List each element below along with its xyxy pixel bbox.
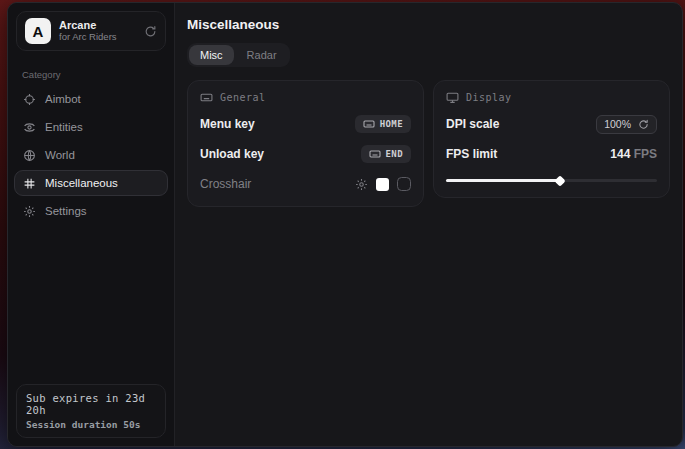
sidebar-spacer — [8, 224, 174, 376]
sub-expiry-text: Sub expires in 23d 20h — [26, 392, 156, 416]
app-window: A Arcane for Arc Riders Category Aimbot — [7, 2, 683, 447]
menu-key-value: HOME — [380, 119, 403, 129]
page-title: Miscellaneous — [187, 17, 670, 32]
unload-key-label: Unload key — [200, 147, 264, 161]
card-title: General — [220, 92, 266, 103]
fps-number: 144 — [610, 147, 630, 161]
session-duration-text: Session duration 50s — [26, 419, 156, 430]
sidebar: A Arcane for Arc Riders Category Aimbot — [8, 3, 175, 446]
general-card: General Menu key HOME Unload key — [187, 80, 424, 207]
dpi-scale-control[interactable]: 100% — [596, 115, 657, 134]
crosshair-color-swatch[interactable] — [376, 178, 389, 191]
brand-text: Arcane for Arc Riders — [59, 19, 136, 43]
category-label: Category — [22, 69, 160, 80]
menu-key-label: Menu key — [200, 117, 255, 131]
app-name: Arcane — [59, 19, 136, 32]
display-card-header: Display — [446, 91, 657, 104]
tab-bar: Misc Radar — [187, 43, 290, 67]
menu-key-row: Menu key HOME — [200, 114, 411, 134]
fps-limit-slider[interactable] — [446, 176, 657, 185]
sidebar-item-label: Aimbot — [45, 93, 81, 105]
slider-fill — [446, 179, 560, 182]
app-logo: A — [25, 18, 51, 44]
crosshair-label: Crosshair — [200, 177, 251, 191]
grid-icon — [23, 177, 36, 190]
entities-icon — [23, 121, 36, 134]
app-subtitle: for Arc Riders — [59, 32, 136, 43]
dpi-scale-value: 100% — [604, 118, 631, 130]
sidebar-item-label: Entities — [45, 121, 83, 133]
sidebar-nav: Aimbot Entities World — [8, 86, 174, 224]
sidebar-item-aimbot[interactable]: Aimbot — [14, 86, 168, 112]
keyboard-icon — [363, 118, 375, 130]
crosshair-checkbox[interactable] — [397, 177, 411, 191]
fps-limit-value: 144 FPS — [610, 147, 657, 161]
brand-card: A Arcane for Arc Riders — [16, 11, 166, 51]
card-title: Display — [466, 92, 512, 103]
fps-unit: FPS — [630, 147, 657, 161]
sidebar-item-label: Miscellaneous — [45, 177, 118, 189]
keyboard-icon — [369, 148, 381, 160]
sidebar-item-miscellaneous[interactable]: Miscellaneous — [14, 170, 168, 196]
dpi-scale-label: DPI scale — [446, 117, 499, 131]
sidebar-item-entities[interactable]: Entities — [14, 114, 168, 140]
sidebar-item-label: World — [45, 149, 75, 161]
keyboard-icon — [200, 91, 213, 104]
display-card: Display DPI scale 100% FPS limit — [433, 80, 670, 198]
fps-limit-row: FPS limit 144 FPS — [446, 144, 657, 164]
cards-row: General Menu key HOME Unload key — [187, 80, 670, 207]
sidebar-item-label: Settings — [45, 205, 87, 217]
sidebar-item-settings[interactable]: Settings — [14, 198, 168, 224]
fps-limit-label: FPS limit — [446, 147, 497, 161]
unload-key-value: END — [386, 149, 403, 159]
tab-misc[interactable]: Misc — [189, 45, 234, 65]
crosshair-row: Crosshair — [200, 174, 411, 194]
general-card-header: General — [200, 91, 411, 104]
sync-icon[interactable] — [144, 25, 157, 38]
tab-radar[interactable]: Radar — [236, 45, 288, 65]
globe-icon — [23, 149, 36, 162]
unload-key-bind-button[interactable]: END — [361, 145, 411, 163]
subscription-card: Sub expires in 23d 20h Session duration … — [16, 384, 166, 438]
crosshair-controls — [355, 177, 411, 191]
main-content: Miscellaneous Misc Radar General — [175, 3, 682, 446]
gear-icon[interactable] — [355, 178, 368, 191]
refresh-icon — [638, 119, 649, 130]
unload-key-row: Unload key END — [200, 144, 411, 164]
crosshair-icon — [23, 93, 36, 106]
dpi-scale-row: DPI scale 100% — [446, 114, 657, 134]
sidebar-item-world[interactable]: World — [14, 142, 168, 168]
monitor-icon — [446, 91, 459, 104]
slider-thumb[interactable] — [554, 175, 565, 186]
gear-icon — [23, 205, 36, 218]
menu-key-bind-button[interactable]: HOME — [355, 115, 411, 133]
